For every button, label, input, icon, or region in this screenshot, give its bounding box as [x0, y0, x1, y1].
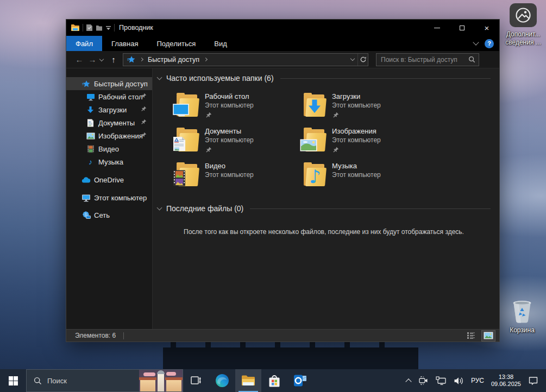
search-highlight-image[interactable] — [139, 370, 183, 391]
breadcrumb-root[interactable]: Быстрый доступ — [148, 56, 199, 64]
tray-chevron-up-icon[interactable] — [405, 378, 411, 384]
onedrive-cloud-icon — [81, 175, 91, 185]
outlook-button[interactable] — [287, 369, 313, 392]
forward-arrow-icon[interactable]: → — [86, 55, 99, 64]
language-indicator[interactable]: РУС — [471, 377, 484, 384]
thumbnail-view-icon[interactable] — [482, 331, 495, 341]
explorer-window: Проводник × Файл Главная Поделиться Вид … — [66, 19, 500, 342]
sidebar-item-documents[interactable]: Документы — [66, 116, 152, 129]
desktop-monitor-icon — [86, 92, 95, 102]
folder-tile-pictures[interactable]: Изображения Этот компьютер — [302, 126, 429, 161]
pin-icon — [205, 146, 254, 156]
properties-icon[interactable] — [86, 24, 93, 31]
folder-tile-desktop[interactable]: Рабочий стол Этот компьютер — [174, 91, 302, 126]
magnifier-icon — [34, 377, 42, 385]
pin-icon — [332, 146, 381, 156]
customize-quick-access-chevron[interactable] — [105, 26, 111, 30]
maximize-button[interactable] — [449, 20, 474, 36]
sidebar-item-label: OneDrive — [94, 176, 124, 184]
folder-tile-downloads[interactable]: Загрузки Этот компьютер — [302, 91, 429, 126]
store-icon — [268, 374, 281, 388]
sidebar-item-quick-access[interactable]: Быстрый доступ — [66, 77, 152, 90]
clock[interactable]: 13:38 09.06.2025 — [491, 374, 521, 388]
wallpaper-pier — [163, 347, 418, 369]
tile-name: Рабочий стол — [205, 92, 254, 101]
edge-button[interactable] — [209, 369, 235, 392]
close-button[interactable]: × — [474, 20, 499, 36]
address-dropdown-chevron-icon[interactable] — [347, 54, 357, 66]
sidebar-item-desktop[interactable]: Рабочий стол — [66, 90, 152, 103]
desktop-shortcut-info-label: Дополнит... сведения ... — [499, 30, 546, 47]
music-note-icon: ♪ — [86, 157, 95, 167]
tab-share[interactable]: Поделиться — [147, 36, 205, 51]
pin-icon — [140, 106, 147, 114]
details-view-icon[interactable] — [465, 331, 478, 341]
start-button[interactable] — [0, 369, 26, 392]
recent-locations-chevron-icon[interactable] — [99, 56, 104, 61]
sidebar-item-network[interactable]: Сеть — [66, 208, 152, 222]
folder-tile-videos[interactable]: Видео Этот компьютер — [174, 161, 302, 195]
frequent-folders-header[interactable]: Часто используемые папки (6) — [157, 74, 491, 83]
file-explorer-icon — [241, 375, 255, 387]
quick-access-star-icon — [81, 79, 91, 88]
document-icon — [86, 118, 95, 128]
pin-icon — [205, 111, 254, 121]
recycle-bin[interactable]: Корзина — [498, 298, 546, 334]
pin-icon — [140, 119, 147, 127]
volume-icon[interactable] — [454, 376, 464, 385]
ribbon-collapse-chevron-icon[interactable] — [473, 39, 479, 45]
meet-now-camera-icon[interactable] — [418, 376, 429, 385]
help-button[interactable]: ? — [485, 39, 494, 48]
sidebar-item-videos[interactable]: Видео — [66, 142, 152, 155]
recent-files-header[interactable]: Последние файлы (0) — [157, 204, 491, 213]
magnifier-icon[interactable] — [468, 56, 475, 63]
pin-icon — [140, 132, 147, 140]
action-center-icon[interactable] — [528, 376, 538, 385]
file-explorer-button[interactable] — [235, 369, 261, 392]
picture-icon — [86, 131, 95, 141]
system-tray: РУС 13:38 09.06.2025 — [406, 369, 546, 392]
desktop: Дополнит... сведения ... Корзина — [0, 0, 546, 392]
desktop-shortcut-info[interactable]: Дополнит... сведения ... — [499, 3, 546, 47]
folder-tile-documents[interactable]: Документы Этот компьютер — [174, 126, 302, 161]
navigation-bar: ← → ↑ Быстрый доступ — [66, 51, 499, 68]
folder-documents-icon — [174, 127, 199, 152]
network-tray-icon[interactable] — [436, 376, 447, 385]
section-collapse-chevron-icon[interactable] — [157, 205, 162, 211]
sidebar-item-pictures[interactable]: Изображения — [66, 129, 152, 142]
tab-view[interactable]: Вид — [205, 36, 236, 51]
section-collapse-chevron-icon[interactable] — [157, 75, 162, 80]
sidebar-item-label: Изображения — [98, 132, 143, 140]
task-view-button[interactable] — [183, 369, 209, 392]
windows-start-icon — [9, 376, 18, 385]
sidebar-item-this-pc[interactable]: Этот компьютер — [66, 191, 152, 204]
new-folder-icon[interactable] — [96, 24, 103, 31]
tile-location: Этот компьютер — [205, 170, 254, 179]
pin-icon — [140, 93, 147, 101]
tile-location: Этот компьютер — [205, 136, 254, 144]
tile-location: Этот компьютер — [332, 101, 381, 110]
sidebar-item-music[interactable]: ♪ Музыка — [66, 155, 152, 168]
store-button[interactable] — [261, 369, 287, 392]
tab-file[interactable]: Файл — [66, 36, 102, 51]
folder-desktop-icon — [174, 92, 199, 117]
network-icon — [81, 211, 91, 220]
sidebar-item-label: Рабочий стол — [98, 93, 143, 101]
folder-tile-music[interactable]: ♪ Музыка Этот компьютер — [302, 161, 429, 195]
back-arrow-icon[interactable]: ← — [73, 55, 86, 64]
up-arrow-icon[interactable]: ↑ — [108, 55, 120, 64]
tile-name: Музыка — [332, 161, 381, 170]
address-bar[interactable]: Быстрый доступ — [123, 53, 368, 66]
recycle-bin-label: Корзина — [498, 326, 546, 334]
minimize-button[interactable] — [424, 20, 449, 36]
breadcrumb-chevron-icon[interactable] — [204, 58, 208, 61]
refresh-icon[interactable] — [357, 54, 368, 66]
taskbar-search-placeholder: Поиск — [47, 377, 67, 385]
tile-location: Этот компьютер — [205, 101, 254, 110]
taskbar-search-input[interactable]: Поиск — [26, 369, 183, 392]
sidebar-item-onedrive[interactable]: OneDrive — [66, 173, 152, 186]
titlebar[interactable]: Проводник × — [66, 20, 499, 36]
explorer-search-input[interactable]: Поиск в: Быстрый доступ — [376, 53, 479, 66]
sidebar-item-downloads[interactable]: Загрузки — [66, 103, 152, 116]
tab-home[interactable]: Главная — [102, 36, 147, 51]
